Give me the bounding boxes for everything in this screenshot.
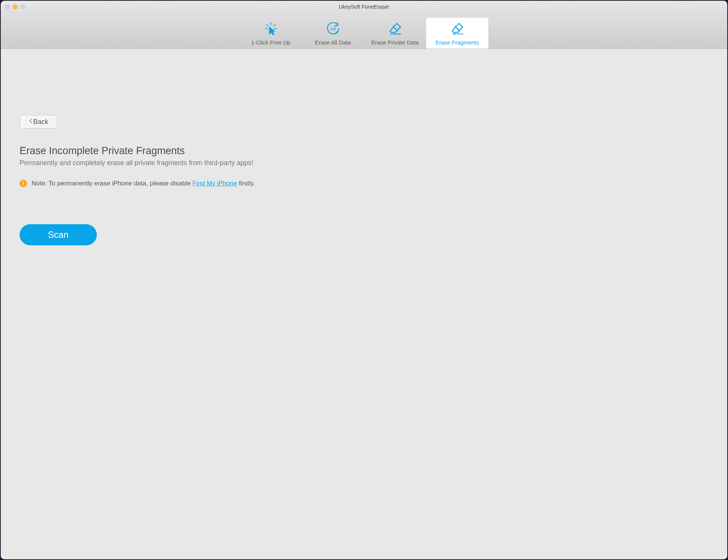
traffic-lights bbox=[1, 5, 25, 9]
minimize-button[interactable] bbox=[13, 5, 17, 9]
scan-button[interactable]: Scan bbox=[20, 224, 97, 245]
note-after: firstly. bbox=[237, 180, 255, 187]
eraser-icon bbox=[388, 21, 403, 36]
tab-1-click-free-up[interactable]: 1-Click Free Up bbox=[240, 18, 302, 49]
erase-all-icon: All bbox=[326, 21, 341, 36]
back-button[interactable]: Back bbox=[20, 115, 57, 129]
tab-label: Erase Fragments bbox=[436, 39, 466, 46]
note-row: ! Note: To permanently erase iPhone data… bbox=[20, 180, 255, 187]
note-label: Note: bbox=[32, 180, 47, 187]
titlebar: UkeySoft FoneEraser bbox=[1, 1, 466, 13]
tab-bar: 1-Click Free Up All Erase All Data bbox=[1, 13, 466, 49]
svg-line-1 bbox=[266, 24, 268, 26]
window-title: UkeySoft FoneEraser bbox=[339, 4, 389, 10]
close-button[interactable] bbox=[5, 5, 10, 9]
tab-label: Erase All Data bbox=[315, 39, 351, 46]
note-before: To permanently erase iPhone data, please… bbox=[47, 180, 193, 187]
svg-text:All: All bbox=[330, 26, 336, 32]
tab-erase-all-data[interactable]: All Erase All Data bbox=[302, 18, 364, 49]
chevron-left-icon bbox=[29, 118, 32, 125]
page-subtitle: Permanently and completely erase all pri… bbox=[20, 159, 253, 167]
tab-erase-private-data[interactable]: Erase Private Data bbox=[364, 18, 426, 49]
find-my-iphone-link[interactable]: Find My iPhone bbox=[193, 180, 237, 187]
tab-label: 1-Click Free Up bbox=[251, 39, 290, 46]
warning-icon: ! bbox=[20, 180, 27, 187]
note-text: Note: To permanently erase iPhone data, … bbox=[32, 180, 255, 187]
svg-line-2 bbox=[274, 24, 275, 26]
back-label: Back bbox=[33, 118, 48, 126]
svg-line-9 bbox=[455, 26, 460, 31]
tab-erase-fragments[interactable]: Erase Fragments bbox=[426, 18, 466, 49]
app-window: UkeySoft FoneEraser 1-Click Free Up bbox=[1, 1, 466, 359]
svg-point-6 bbox=[336, 31, 338, 33]
tab-label: Erase Private Data bbox=[372, 39, 419, 46]
content-area: Back Erase Incomplete Private Fragments … bbox=[1, 49, 466, 359]
cursor-click-icon bbox=[263, 21, 278, 36]
page-title: Erase Incomplete Private Fragments bbox=[20, 145, 185, 157]
svg-line-7 bbox=[393, 26, 398, 31]
eraser-fragments-icon bbox=[450, 21, 465, 36]
maximize-button[interactable] bbox=[20, 5, 25, 9]
